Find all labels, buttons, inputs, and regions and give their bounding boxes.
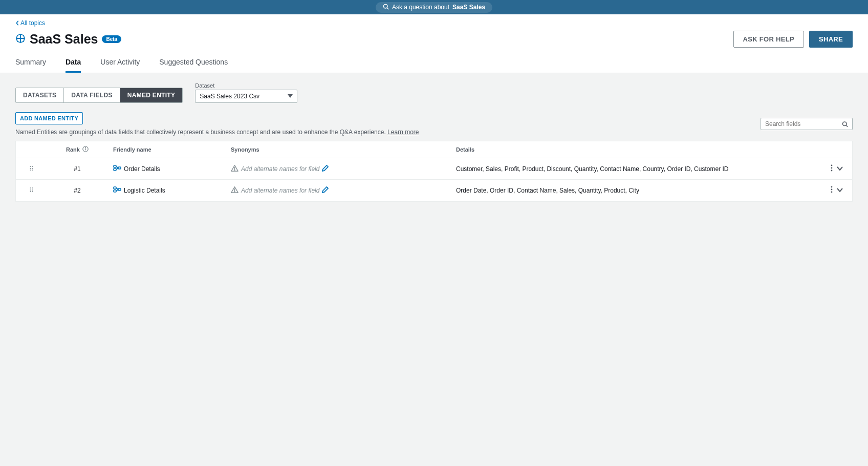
search-prefix: Ask a question about	[392, 4, 449, 11]
search-topic: SaaS Sales	[452, 4, 485, 11]
svg-rect-9	[114, 168, 116, 171]
svg-rect-19	[114, 190, 116, 192]
details-value: Order Date, Order ID, Contact Name, Sale…	[451, 182, 816, 199]
dataset-value: SaaS Sales 2023 Csv	[200, 93, 259, 100]
svg-point-27	[831, 192, 833, 193]
tab-data[interactable]: Data	[66, 53, 81, 73]
svg-point-24	[234, 191, 235, 192]
drag-handle-icon[interactable]: ⠿	[29, 165, 34, 173]
ask-help-button[interactable]: ASK FOR HELP	[733, 31, 804, 48]
search-fields-input[interactable]	[765, 120, 842, 128]
tab-summary[interactable]: Summary	[15, 53, 46, 73]
search-fields-input-wrap[interactable]	[761, 118, 853, 130]
tab-suggested-questions[interactable]: Suggested Questions	[159, 53, 228, 73]
learn-more-link[interactable]: Learn more	[387, 129, 419, 136]
segment-data-fields[interactable]: DATA FIELDS	[63, 88, 119, 102]
col-rank: Rank	[47, 141, 108, 158]
dataset-select[interactable]: SaaS Sales 2023 Csv	[195, 90, 297, 103]
svg-point-14	[234, 170, 235, 170]
more-icon[interactable]	[831, 164, 833, 173]
svg-point-15	[831, 165, 833, 166]
svg-line-4	[846, 125, 848, 126]
svg-marker-2	[288, 94, 293, 98]
segment-datasets[interactable]: DATASETS	[16, 88, 63, 102]
col-friendly-name: Friendly name	[108, 141, 226, 158]
info-line: Named Entities are groupings of data fie…	[15, 129, 419, 136]
chevron-down-icon[interactable]	[837, 187, 843, 194]
col-synonyms: Synonyms	[226, 141, 451, 158]
beta-badge: Beta	[102, 35, 121, 43]
details-value: Customer, Sales, Profit, Product, Discou…	[451, 161, 816, 177]
rank-value: #2	[47, 182, 108, 199]
warning-icon	[231, 186, 238, 195]
dataset-label: Dataset	[195, 82, 297, 89]
svg-rect-8	[114, 165, 116, 167]
tab-user-activity[interactable]: User Activity	[100, 53, 140, 73]
svg-point-0	[383, 4, 387, 8]
named-entities-table: Rank Friendly name Synonyms Details ⠿#1O…	[15, 141, 853, 202]
search-icon	[383, 4, 389, 11]
breadcrumb[interactable]: All topics	[15, 19, 853, 27]
share-button[interactable]: SHARE	[809, 31, 853, 48]
svg-point-16	[831, 167, 833, 169]
topic-icon	[15, 33, 26, 45]
segment-named-entity[interactable]: NAMED ENTITY	[120, 88, 183, 102]
segmented-control: DATASETSDATA FIELDSNAMED ENTITY	[15, 88, 183, 103]
svg-line-1	[387, 8, 388, 9]
page-title: SaaS Sales	[30, 32, 98, 47]
more-icon[interactable]	[831, 186, 833, 195]
svg-point-26	[831, 189, 833, 190]
search-icon	[842, 121, 848, 128]
global-search-pill[interactable]: Ask a question about SaaS Sales	[376, 2, 492, 13]
rank-value: #1	[47, 161, 108, 177]
entity-name: Order Details	[124, 165, 160, 173]
svg-rect-20	[118, 188, 121, 190]
info-icon[interactable]	[82, 146, 89, 153]
svg-rect-10	[118, 167, 121, 169]
table-row: ⠿#1Order DetailsAdd alternate names for …	[16, 158, 852, 180]
edit-icon[interactable]	[322, 165, 329, 173]
entity-name: Logistic Details	[124, 187, 165, 194]
synonym-placeholder[interactable]: Add alternate names for field	[241, 165, 319, 173]
entity-icon	[113, 164, 121, 174]
entity-icon	[113, 185, 121, 195]
edit-icon[interactable]	[322, 186, 329, 195]
drag-handle-icon[interactable]: ⠿	[29, 187, 34, 194]
warning-icon	[231, 164, 238, 174]
add-named-entity-button[interactable]: ADD NAMED ENTITY	[15, 112, 83, 124]
breadcrumb-label: All topics	[20, 19, 45, 27]
svg-point-17	[831, 170, 833, 172]
synonym-placeholder[interactable]: Add alternate names for field	[241, 187, 319, 194]
chevron-down-icon[interactable]	[837, 165, 843, 173]
table-row: ⠿#2Logistic DetailsAdd alternate names f…	[16, 180, 852, 201]
svg-point-7	[85, 147, 85, 148]
col-details: Details	[451, 141, 816, 158]
svg-rect-18	[114, 187, 116, 189]
svg-point-25	[831, 186, 833, 188]
svg-point-3	[843, 122, 847, 126]
